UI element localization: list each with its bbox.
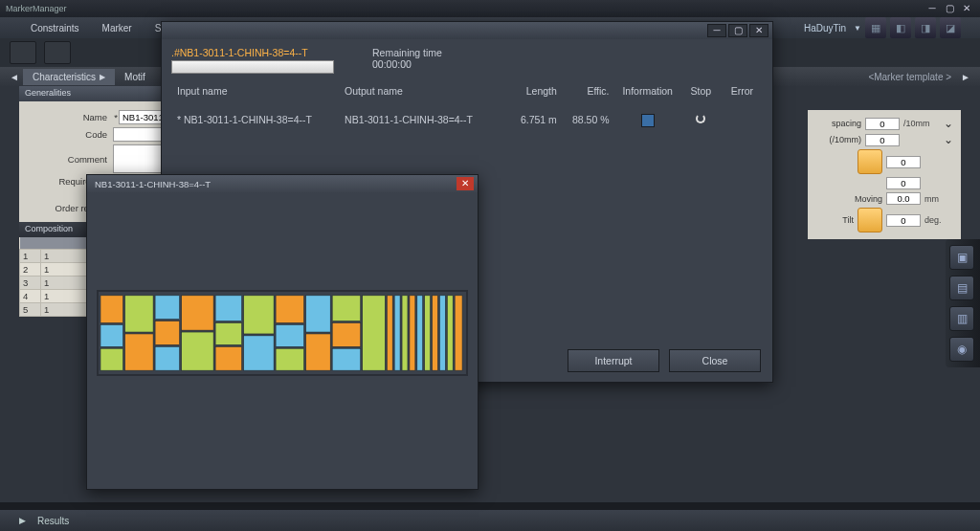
status-next-icon[interactable]: ▶ bbox=[19, 516, 26, 525]
side-btn-2[interactable]: ▤ bbox=[949, 276, 974, 300]
pattern-icon[interactable] bbox=[858, 149, 882, 174]
col-error: Error bbox=[722, 85, 763, 97]
svg-rect-10 bbox=[182, 332, 213, 370]
tool-slot-2[interactable] bbox=[44, 41, 71, 64]
svg-rect-13 bbox=[215, 346, 242, 370]
per10-label: (/10mm) bbox=[812, 135, 861, 144]
spinner-icon[interactable] bbox=[696, 114, 705, 123]
svg-rect-26 bbox=[394, 296, 400, 370]
info-icon[interactable] bbox=[641, 114, 655, 127]
col-length: Length bbox=[506, 85, 563, 97]
maximize-icon[interactable]: ▢ bbox=[942, 2, 957, 15]
svg-rect-17 bbox=[276, 324, 304, 346]
toolbar-icon-4[interactable]: ◪ bbox=[940, 17, 961, 38]
preview-titlebar[interactable]: NB1-3011-1-CHINH-38=4--T ✕ bbox=[87, 175, 478, 192]
svg-rect-18 bbox=[276, 348, 304, 370]
user-dropdown-icon[interactable]: ▼ bbox=[854, 24, 861, 33]
svg-rect-19 bbox=[306, 296, 331, 332]
side-btn-1[interactable]: ▣ bbox=[949, 245, 974, 270]
svg-rect-34 bbox=[455, 296, 462, 370]
col-info: Information bbox=[615, 85, 680, 97]
svg-rect-30 bbox=[425, 296, 431, 370]
toolbar-icon-3[interactable]: ◨ bbox=[915, 17, 936, 38]
remaining-value: 00:00:00 bbox=[372, 58, 442, 70]
tab-motif[interactable]: Motif bbox=[115, 69, 155, 85]
tilt-icon[interactable] bbox=[858, 208, 882, 232]
preview-dialog: NB1-3011-1-CHINH-38=4--T ✕ bbox=[86, 174, 479, 490]
per10-field[interactable] bbox=[865, 134, 900, 146]
svg-rect-6 bbox=[155, 296, 180, 320]
svg-rect-3 bbox=[100, 348, 123, 370]
app-titlebar: MarkerManager ─ ▢ ✕ bbox=[0, 0, 980, 17]
name-label: Name bbox=[27, 112, 113, 122]
tool-slot-1[interactable] bbox=[10, 41, 36, 64]
svg-rect-28 bbox=[410, 296, 415, 370]
app-title: MarkerManager bbox=[6, 4, 67, 13]
code-label: Code bbox=[27, 129, 113, 140]
svg-rect-8 bbox=[155, 346, 180, 370]
svg-rect-7 bbox=[155, 321, 180, 345]
dialog-maximize-icon[interactable]: ▢ bbox=[728, 24, 747, 37]
close-icon[interactable]: ✕ bbox=[959, 2, 974, 15]
svg-rect-27 bbox=[402, 296, 408, 370]
progress-row[interactable]: * NB1-3011-1-CHINH-38=4--T NB1-3011-1-CH… bbox=[171, 114, 763, 129]
preview-title: NB1-3011-1-CHINH-38=4--T bbox=[91, 179, 211, 189]
dialog-minimize-icon[interactable]: ─ bbox=[707, 24, 726, 37]
svg-rect-32 bbox=[439, 296, 445, 370]
progress-file: .#NB1-3011-1-CHINH-38=4--T bbox=[171, 47, 334, 58]
progress-bar bbox=[171, 60, 334, 74]
svg-rect-5 bbox=[125, 334, 154, 370]
svg-rect-15 bbox=[244, 336, 275, 370]
menu-constraints[interactable]: Constraints bbox=[19, 19, 91, 37]
col-stop: Stop bbox=[680, 85, 722, 97]
bottom-val-field[interactable] bbox=[886, 177, 921, 189]
spacing-label: spacing bbox=[812, 119, 861, 128]
moving-field[interactable] bbox=[886, 192, 921, 205]
side-toolbar: ▣ ▤ ▥ ◉ bbox=[946, 239, 980, 367]
col-input: Input name bbox=[171, 85, 339, 97]
svg-rect-24 bbox=[363, 296, 386, 370]
preview-close-icon[interactable]: ✕ bbox=[457, 177, 474, 190]
svg-rect-11 bbox=[215, 296, 242, 321]
minimize-icon[interactable]: ─ bbox=[924, 2, 940, 15]
svg-rect-25 bbox=[387, 296, 392, 370]
ribbon-prev-icon[interactable]: ◄ bbox=[6, 72, 23, 82]
svg-rect-4 bbox=[125, 296, 154, 332]
side-btn-3[interactable]: ▥ bbox=[949, 306, 974, 331]
svg-rect-16 bbox=[276, 296, 304, 323]
ribbon-next-icon[interactable]: ► bbox=[957, 72, 974, 82]
interrupt-button[interactable]: Interrupt bbox=[568, 349, 659, 372]
marker-template-label[interactable]: <Marker template > bbox=[862, 72, 957, 82]
tilt-field[interactable] bbox=[886, 214, 921, 227]
chevron-down-icon[interactable]: ⌄ bbox=[940, 117, 957, 130]
close-button[interactable]: Close bbox=[669, 349, 761, 372]
marker-preview bbox=[97, 290, 468, 376]
moving-label: Moving bbox=[812, 194, 882, 204]
results-tab[interactable]: Results bbox=[26, 513, 80, 529]
svg-rect-9 bbox=[182, 296, 213, 330]
dialog-close-icon[interactable]: ✕ bbox=[749, 24, 768, 37]
side-btn-4[interactable]: ◉ bbox=[949, 337, 974, 362]
tab-characteristics[interactable]: Characteristics▶ bbox=[23, 69, 115, 85]
svg-rect-33 bbox=[447, 296, 453, 370]
chevron-down-icon[interactable]: ⌄ bbox=[940, 133, 957, 146]
remaining-label: Remaining time bbox=[372, 47, 442, 58]
col-effic: Effic. bbox=[563, 85, 615, 97]
svg-rect-21 bbox=[332, 296, 361, 321]
pattern-val-field[interactable] bbox=[886, 156, 921, 168]
svg-rect-2 bbox=[100, 324, 123, 346]
menu-marker[interactable]: Marker bbox=[91, 19, 144, 37]
toolbar-icon-1[interactable]: ▦ bbox=[865, 17, 886, 38]
svg-rect-12 bbox=[215, 322, 242, 344]
col-output: Output name bbox=[339, 85, 506, 97]
toolbar-icon-2[interactable]: ◧ bbox=[890, 17, 911, 38]
dialog-titlebar[interactable]: ─ ▢ ✕ bbox=[162, 22, 772, 39]
svg-rect-31 bbox=[433, 296, 438, 370]
svg-rect-29 bbox=[417, 296, 423, 370]
user-name[interactable]: HaDuyTin bbox=[796, 23, 854, 33]
spacing-field[interactable] bbox=[865, 118, 900, 130]
statusbar: ▶ Results bbox=[0, 510, 980, 531]
tilt-label: Tilt bbox=[812, 215, 854, 225]
comment-label: Comment bbox=[27, 154, 113, 165]
svg-rect-14 bbox=[244, 296, 275, 334]
